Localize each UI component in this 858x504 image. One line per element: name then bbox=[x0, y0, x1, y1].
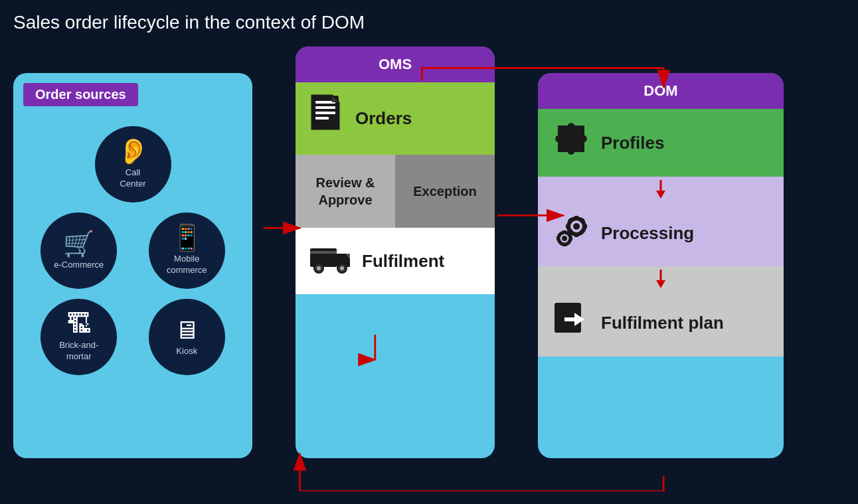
page-title: Sales order lifecycle in the context of … bbox=[0, 0, 858, 40]
dom-header: DOM bbox=[538, 73, 784, 109]
ear-icon: 👂 bbox=[118, 139, 149, 164]
dom-processing-label: Processing bbox=[601, 223, 694, 244]
cart-icon: 🛒 bbox=[63, 231, 94, 256]
icons-grid: 👂 CallCenter 🛒 e-Commerce 📱 Mobilecommer… bbox=[23, 120, 242, 382]
call-center-icon-circle: 👂 CallCenter bbox=[95, 126, 171, 203]
call-center-label: CallCenter bbox=[120, 167, 145, 190]
order-sources-label: Order sources bbox=[23, 83, 138, 106]
svg-point-11 bbox=[317, 266, 321, 270]
oms-orders-label: Orders bbox=[355, 108, 412, 129]
svg-point-18 bbox=[573, 223, 580, 230]
svg-rect-30 bbox=[562, 243, 566, 246]
svg-rect-22 bbox=[583, 224, 587, 228]
dom-fulfilment-plan-section: Fulfilment plan bbox=[538, 290, 784, 357]
mobile-icon-circle: 📱 Mobilecommerce bbox=[149, 212, 225, 289]
svg-rect-29 bbox=[562, 230, 566, 234]
svg-rect-2 bbox=[315, 106, 335, 109]
svg-rect-20 bbox=[574, 233, 578, 237]
svg-rect-3 bbox=[315, 112, 335, 114]
svg-point-13 bbox=[340, 266, 344, 270]
ecommerce-icon-circle: 🛒 e-Commerce bbox=[41, 212, 117, 289]
truck-icon bbox=[309, 242, 352, 280]
oms-exception-label: Exception bbox=[413, 184, 477, 199]
dom-panel: DOM Profiles bbox=[538, 73, 784, 458]
oms-panel: OMS Orders Review &Approve Except bbox=[296, 46, 495, 458]
svg-marker-34 bbox=[656, 280, 665, 288]
diagram-container: Order sources 👂 CallCenter 🛒 e-Commerce … bbox=[0, 40, 858, 491]
svg-rect-19 bbox=[574, 216, 578, 220]
svg-rect-32 bbox=[569, 236, 572, 240]
svg-rect-21 bbox=[566, 224, 570, 228]
gears-icon bbox=[551, 212, 591, 254]
dom-processing-section: Processing bbox=[538, 200, 784, 266]
brick-icon-circle: 🏗 Brick-and-mortar bbox=[41, 299, 117, 375]
ecommerce-label: e-Commerce bbox=[54, 260, 104, 271]
share-icon bbox=[551, 299, 591, 347]
oms-middle-section: Review &Approve Exception bbox=[296, 155, 495, 228]
order-sources-panel: Order sources 👂 CallCenter 🛒 e-Commerce … bbox=[13, 73, 252, 458]
orders-doc-icon bbox=[309, 94, 345, 143]
kiosk-icon: 🖥 bbox=[174, 317, 199, 343]
svg-marker-16 bbox=[656, 191, 665, 199]
svg-rect-4 bbox=[315, 117, 329, 120]
brick-label: Brick-and-mortar bbox=[59, 340, 98, 363]
dom-profiles-section: Profiles bbox=[538, 109, 784, 177]
svg-rect-14 bbox=[310, 251, 337, 254]
kiosk-icon-circle: 🖥 Kiosk bbox=[149, 299, 225, 375]
building-icon: 🏗 bbox=[66, 311, 92, 337]
svg-point-28 bbox=[562, 236, 567, 241]
kiosk-label: Kiosk bbox=[176, 346, 197, 357]
svg-rect-31 bbox=[557, 236, 560, 240]
oms-fulfilment-section: Fulfilment bbox=[296, 228, 495, 294]
oms-fulfilment-label: Fulfilment bbox=[362, 251, 444, 272]
oms-review-section: Review &Approve bbox=[296, 155, 395, 228]
mobile-label: Mobilecommerce bbox=[167, 254, 207, 276]
oms-exception-section: Exception bbox=[395, 155, 495, 228]
dom-profiles-label: Profiles bbox=[601, 133, 664, 153]
dom-fulfilment-plan-label: Fulfilment plan bbox=[601, 313, 724, 333]
mobile-icon: 📱 bbox=[171, 225, 203, 250]
puzzle-icon bbox=[551, 119, 591, 167]
oms-orders-section: Orders bbox=[296, 82, 495, 155]
oms-review-label: Review &Approve bbox=[316, 174, 375, 209]
oms-header: OMS bbox=[296, 46, 495, 82]
